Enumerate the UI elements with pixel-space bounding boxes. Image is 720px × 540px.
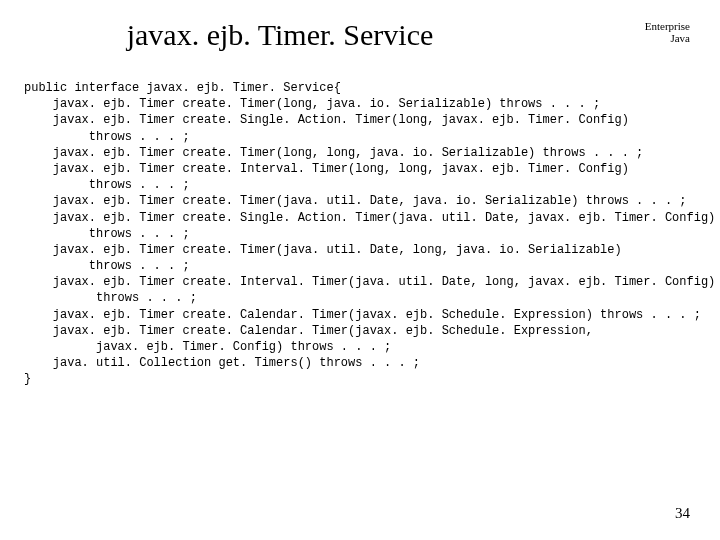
corner-line-2: Java <box>645 32 690 44</box>
code-block: public interface javax. ejb. Timer. Serv… <box>24 80 696 388</box>
corner-label: Enterprise Java <box>645 20 690 44</box>
slide: javax. ejb. Timer. Service Enterprise Ja… <box>0 0 720 540</box>
page-number: 34 <box>675 505 690 522</box>
corner-line-1: Enterprise <box>645 20 690 32</box>
page-title: javax. ejb. Timer. Service <box>0 18 560 52</box>
